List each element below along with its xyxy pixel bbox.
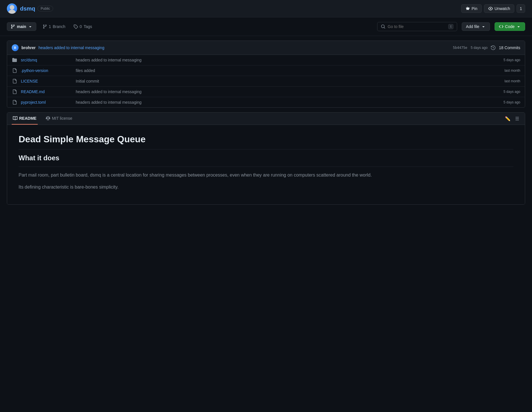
file-time: 5 days ago [492, 100, 520, 104]
file-time: last month [492, 79, 520, 83]
file-icon [12, 68, 17, 73]
readme-tab-label: README [19, 116, 37, 121]
readme-tabs: README MIT license ✏️ ☰ [7, 113, 525, 125]
tags-label: Tags [84, 24, 92, 29]
tags-count: 0 [80, 24, 82, 29]
search-shortcut: t [448, 24, 453, 29]
law-icon [46, 116, 50, 121]
file-time: 5 days ago [492, 90, 520, 94]
branch-icon [11, 24, 15, 29]
table-row: LICENSE Initial commit last month [7, 76, 525, 87]
file-name[interactable]: .python-version [21, 68, 72, 73]
branches-label: Branch [53, 24, 65, 29]
file-name[interactable]: src/dsmq [21, 58, 72, 62]
toolbar: main 1 Branch 0 Tags t Add file [0, 17, 532, 36]
table-row: .python-version files added last month [7, 65, 525, 76]
svg-point-1 [8, 10, 16, 14]
pin-icon [465, 6, 470, 11]
readme-tab-actions: ✏️ ☰ [504, 115, 520, 123]
file-icon [12, 89, 17, 94]
commit-message-link[interactable]: headers added to internal messaging [39, 45, 104, 50]
readme-divider-2 [19, 167, 513, 167]
folder-icon [12, 58, 17, 62]
table-row: pyproject.toml headers added to internal… [7, 97, 525, 107]
tab-readme[interactable]: README [12, 113, 38, 125]
commit-author-avatar: B [12, 44, 19, 51]
search-icon [381, 24, 385, 29]
unwatch-button[interactable]: Unwatch [484, 4, 514, 13]
add-file-button[interactable]: Add file [462, 22, 490, 31]
branches-link[interactable]: 1 Branch [41, 23, 67, 30]
readme-description-1: Part mail room, part bulletin board, dsm… [19, 171, 513, 179]
readme-description-2: Its defining characteristic is bare-bone… [19, 183, 513, 191]
watch-count[interactable]: 1 [517, 4, 525, 13]
pin-button[interactable]: Pin [461, 4, 482, 13]
chevron-down-icon [28, 24, 33, 29]
file-commit-message: Initial commit [76, 79, 488, 83]
toc-button[interactable]: ☰ [514, 115, 520, 123]
unwatch-label: Unwatch [495, 6, 510, 11]
table-row: src/dsmq headers added to internal messa… [7, 55, 525, 65]
readme-content: Dead Simple Message Queue What it does P… [7, 125, 525, 204]
file-time: 5 days ago [492, 58, 520, 62]
file-name[interactable]: README.md [21, 89, 72, 94]
readme-divider-1 [19, 149, 513, 149]
file-commit-message: headers added to internal messaging [76, 89, 488, 94]
code-chevron-icon [516, 24, 521, 29]
edit-readme-button[interactable]: ✏️ [504, 115, 512, 123]
book-icon [13, 116, 17, 121]
eye-icon [488, 6, 493, 11]
readme-title: Dead Simple Message Queue [19, 134, 513, 145]
file-commit-message: headers added to internal messaging [76, 100, 488, 105]
commit-meta: 5b4475e 5 days ago 18 Commits [453, 45, 520, 50]
tab-mit-license[interactable]: MIT license [45, 113, 73, 125]
file-rows: src/dsmq headers added to internal messa… [7, 55, 525, 107]
code-label: Code [505, 24, 515, 29]
branches-count: 1 [49, 24, 51, 29]
history-icon [491, 45, 495, 50]
top-header: dsmq Public Pin Unwatch 1 [0, 0, 532, 17]
branch-name: main [17, 24, 26, 29]
commit-author-name[interactable]: brohrer [21, 45, 36, 50]
svg-point-0 [10, 5, 14, 10]
search-bar[interactable]: t [377, 22, 457, 31]
branches-icon [43, 24, 47, 29]
code-button[interactable]: Code [495, 22, 525, 31]
add-file-chevron-icon [481, 24, 486, 29]
main-content: B brohrer headers added to internal mess… [0, 36, 532, 209]
mit-license-tab-label: MIT license [52, 116, 72, 121]
file-icon [12, 100, 17, 105]
visibility-badge: Public [37, 6, 53, 11]
commits-count-link[interactable]: 18 Commits [499, 45, 520, 50]
code-icon [499, 24, 503, 29]
file-name[interactable]: pyproject.toml [21, 100, 72, 105]
file-table: B brohrer headers added to internal mess… [7, 41, 525, 108]
readme-section: README MIT license ✏️ ☰ Dead Simple Mess… [7, 112, 525, 205]
avatar [7, 3, 17, 14]
commit-header-row: B brohrer headers added to internal mess… [7, 41, 525, 55]
table-row: README.md headers added to internal mess… [7, 87, 525, 97]
file-time: last month [492, 69, 520, 73]
file-icon [12, 79, 17, 83]
header-actions: Pin Unwatch 1 [461, 4, 525, 13]
file-commit-message: files added [76, 68, 488, 73]
tag-icon [73, 24, 78, 29]
file-name[interactable]: LICENSE [21, 79, 72, 83]
repo-name[interactable]: dsmq [20, 5, 35, 12]
file-commit-message: headers added to internal messaging [76, 58, 488, 62]
tags-link[interactable]: 0 Tags [72, 23, 94, 30]
readme-what-it-does-heading: What it does [19, 154, 513, 162]
pin-label: Pin [472, 6, 477, 11]
search-input[interactable] [388, 24, 446, 29]
commit-time: 5 days ago [471, 46, 488, 50]
branch-selector[interactable]: main [7, 22, 36, 31]
add-file-label: Add file [466, 24, 479, 29]
commit-hash[interactable]: 5b4475e [453, 46, 467, 50]
